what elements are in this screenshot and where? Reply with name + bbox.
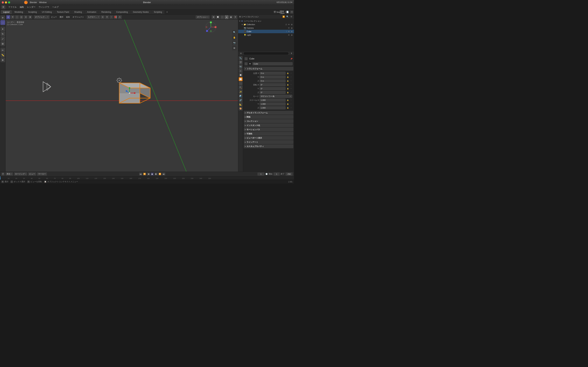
collection-checkbox[interactable]: ☑ xyxy=(285,23,287,26)
prop-tab-physics[interactable]: 🌊 xyxy=(239,94,242,98)
prop-tab-particles[interactable]: ✨ xyxy=(239,90,242,94)
viewport-grid[interactable]: ⊞ xyxy=(232,46,237,50)
titlebar-app2[interactable]: Window xyxy=(39,1,47,4)
prop-tab-tool[interactable]: 🔧 xyxy=(239,56,242,60)
collection-restrict[interactable]: 🖥 xyxy=(291,23,293,26)
tab-geometry-nodes[interactable]: Geometry Nodes xyxy=(130,10,151,14)
object-menu[interactable]: オブジェクト xyxy=(71,15,85,19)
tool-move[interactable]: ✦ xyxy=(0,27,5,31)
timeline-view-dropdown[interactable]: ビュー xyxy=(28,172,36,176)
camera-eye[interactable]: 👁 xyxy=(288,27,290,29)
prop-rotation-z-lock[interactable]: 🔒 xyxy=(286,91,289,94)
prop-rotation-x-lock[interactable]: 🔒 xyxy=(286,83,289,86)
proportional-edit-icon[interactable]: 八 xyxy=(118,15,122,19)
prev-keyframe-button[interactable]: ⏪ xyxy=(143,173,146,176)
timeline-mode-icon[interactable]: ⏱ xyxy=(1,173,5,176)
select-menu[interactable]: 選択 xyxy=(59,15,64,19)
prop-tab-world[interactable]: ⬜ xyxy=(239,77,242,81)
properties-search-input[interactable] xyxy=(243,52,289,55)
prop-rotation-y-field[interactable]: 0° xyxy=(259,87,285,90)
prop-location-y-lock[interactable]: 🔒 xyxy=(286,76,289,78)
prop-location-y-key[interactable]: ⋯ xyxy=(290,76,292,78)
next-frame-button[interactable]: ▶ xyxy=(155,173,158,176)
viewport-3d[interactable]: ユーザー・透視投影 (1) Collection | Cube X Y xyxy=(6,20,238,172)
viewport-select-icon1[interactable]: ⬚ xyxy=(15,15,19,19)
prop-section-line-art-header[interactable]: ▶ ラインアート xyxy=(244,140,293,144)
prop-tab-scene[interactable]: 🎬 xyxy=(239,60,242,64)
outliner-scene-collection[interactable]: ▼ 🗂 シーンコレクション xyxy=(238,19,294,23)
add-menu[interactable]: 追加 xyxy=(65,15,71,19)
menu-help[interactable]: ヘルプ xyxy=(51,5,60,9)
prop-tab-object[interactable]: ⬛ xyxy=(239,82,242,85)
start-frame-field[interactable]: 1 xyxy=(274,173,280,176)
cube-restrict[interactable]: 🖥 xyxy=(291,30,293,33)
tab-compositing[interactable]: Compositing xyxy=(114,10,130,14)
prop-location-x-lock[interactable]: 🔒 xyxy=(286,72,289,75)
new-scene-button[interactable]: 📄 xyxy=(286,10,289,14)
prop-tab-modifier[interactable]: 🔨 xyxy=(239,86,242,90)
prop-scale-z-field[interactable]: 1.000 xyxy=(259,106,285,109)
viewport-select-icon2[interactable]: ◫ xyxy=(19,15,23,19)
menu-edit[interactable]: 編集 xyxy=(18,5,25,9)
prop-scale-y-key[interactable]: ⋯ xyxy=(290,103,292,105)
outliner-collection[interactable]: ▼ 📁 Collection ☑ 👁 🖥 xyxy=(238,23,294,26)
prop-tab-constraints[interactable]: 🔗 xyxy=(239,98,242,102)
snap-icon[interactable]: ↳グロー… ▼ xyxy=(87,15,100,19)
jump-start-button[interactable]: ⏮ xyxy=(139,173,142,176)
prop-rotation-y-lock[interactable]: 🔒 xyxy=(286,87,289,90)
prop-section-instancing-header[interactable]: ▶ インスタンス化 xyxy=(244,123,293,127)
delete-scene-button[interactable]: ✕ xyxy=(290,10,293,14)
camera-restrict[interactable]: 🖥 xyxy=(291,27,293,29)
menu-window[interactable]: ウィンドウ xyxy=(37,5,51,9)
timeline-play-dropdown[interactable]: 再生 ∨ xyxy=(6,172,13,176)
prop-tab-output[interactable]: 🖨 xyxy=(239,69,242,73)
animation-ruler[interactable]: 1 10 20 30 40 50 60 70 80 90 100 110 120… xyxy=(0,176,294,180)
prop-rotation-x-key[interactable]: ⋯ xyxy=(290,83,292,86)
tool-transform[interactable]: ⊞ xyxy=(0,42,5,46)
tool-select[interactable]: ⬚ xyxy=(0,20,5,25)
light-eye[interactable]: 👁 xyxy=(288,34,290,36)
tab-add-button[interactable]: + xyxy=(165,10,169,14)
close-button[interactable] xyxy=(2,1,4,3)
options-button[interactable]: オプション ∨ xyxy=(196,15,210,19)
outliner-search-icon[interactable]: 🔍 xyxy=(286,15,289,18)
prop-scale-z-lock[interactable]: 🔒 xyxy=(286,107,289,109)
view-layer-selector[interactable]: View Layer ⬇ xyxy=(281,10,285,14)
prop-rotation-z-key[interactable]: ⋯ xyxy=(290,91,292,94)
tab-texture-paint[interactable]: Texture Paint xyxy=(54,10,72,14)
prop-tab-data[interactable]: 📐 xyxy=(239,102,242,106)
viewport-cursor-icon[interactable]: ✛ xyxy=(11,15,15,19)
prop-section-visibility-header[interactable]: ▶ 可視性 xyxy=(244,132,293,136)
prop-location-z-field[interactable]: 0 m xyxy=(259,79,285,83)
pivot-icon[interactable]: ✦ xyxy=(105,15,109,19)
tab-layout[interactable]: Layout xyxy=(1,10,12,14)
viewport-select-icon3[interactable]: ⊙ xyxy=(24,15,28,19)
outliner-camera[interactable]: 📷 Camera 👁 🖥 xyxy=(238,26,294,30)
outliner-filter-icon[interactable]: 🔽 xyxy=(282,15,285,18)
end-frame-field[interactable]: 250 xyxy=(285,173,293,176)
tool-cursor[interactable]: ✛ xyxy=(0,15,5,20)
collection-eye[interactable]: 👁 xyxy=(288,23,290,26)
menu-icon-btn[interactable]: ⚙ xyxy=(1,5,5,9)
overlay-icon[interactable]: 👁 xyxy=(212,15,216,19)
timeline-marker-dropdown[interactable]: マーカー xyxy=(37,172,47,176)
prop-section-relations-header[interactable]: ▶ 関係 xyxy=(244,115,293,119)
viewport-zoom-out[interactable]: ✋ xyxy=(232,35,237,40)
prop-rotation-y-key[interactable]: ⋯ xyxy=(290,87,292,90)
prop-section-transform-header[interactable]: ▼ トランスフォーム xyxy=(244,67,293,71)
pivot-dropdown[interactable]: ▼ xyxy=(110,15,113,19)
prop-rotation-x-field[interactable]: 0° xyxy=(259,83,285,86)
tab-scripting[interactable]: Scripting xyxy=(151,10,164,14)
tool-rotate[interactable]: ↻ xyxy=(0,32,5,36)
menu-file[interactable]: ファイル xyxy=(7,5,18,9)
shade-solid[interactable]: ● xyxy=(225,15,229,19)
prop-mode-dropdown[interactable]: XYZ オイラー角 ▼ xyxy=(259,95,292,98)
prop-location-y-field[interactable]: 0 m xyxy=(259,75,285,79)
tab-rendering[interactable]: Rendering xyxy=(99,10,113,14)
prop-section-custom-header[interactable]: ▶ カスタムプロパティ xyxy=(244,144,293,148)
tool-annotate[interactable]: ✏ xyxy=(0,48,5,52)
tab-sculpting[interactable]: Sculpting xyxy=(26,10,39,14)
prop-location-x-key[interactable]: ⋯ xyxy=(290,72,292,75)
tab-shading[interactable]: Shading xyxy=(72,10,84,14)
tab-animation[interactable]: Animation xyxy=(85,10,99,14)
